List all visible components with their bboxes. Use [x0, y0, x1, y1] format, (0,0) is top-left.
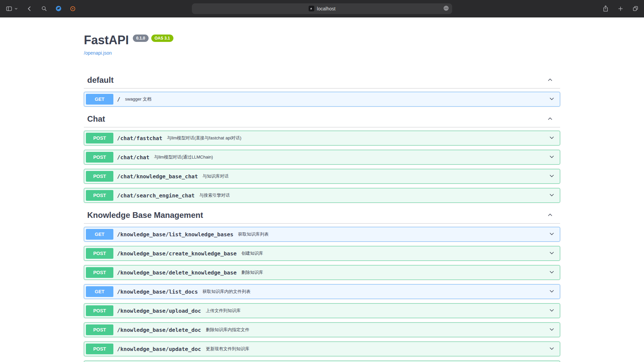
page-menu-button[interactable]: [443, 5, 449, 12]
address-bar[interactable]: localhost: [192, 3, 452, 14]
section-body: POST /chat/fastchat 与llm模型对话(直接与fastchat…: [84, 127, 560, 203]
sidebar-toggle-button[interactable]: [5, 5, 18, 12]
operation-row: POST /knowledge_base/delete_doc 删除知识库内指定…: [84, 322, 560, 337]
operation-description: 上传文件到知识库: [206, 308, 240, 314]
section-collapse-button[interactable]: [547, 115, 553, 123]
search-button[interactable]: [41, 5, 47, 12]
operation-path: /knowledge_base/upload_doc: [117, 308, 201, 314]
section-title: default: [87, 75, 114, 85]
chevron-left-icon: [26, 5, 33, 12]
operation-expand-button[interactable]: [548, 326, 555, 334]
operation-row: GET /knowledge_base/list_docs 获取知识库内的文件列…: [84, 284, 560, 299]
url-text: localhost: [317, 6, 335, 11]
method-badge: GET: [86, 229, 113, 240]
version-badge: 0.1.0: [133, 35, 149, 42]
operation-path: /knowledge_base/list_knowledge_bases: [117, 231, 233, 238]
method-badge: POST: [86, 190, 113, 201]
operation-description: 删除知识库内指定文件: [206, 327, 249, 333]
operation-summary[interactable]: GET /knowledge_base/list_knowledge_bases…: [84, 227, 560, 241]
site-favicon-bolt-icon: [309, 6, 314, 11]
toolbar-left-group: [5, 5, 76, 12]
chevron-down-icon: [548, 173, 555, 180]
operation-expand-button[interactable]: [548, 269, 555, 277]
operation-row: POST /knowledge_base/create_knowledge_ba…: [84, 246, 560, 261]
operation-description: 与知识库对话: [203, 173, 229, 179]
chevron-down-icon: [548, 269, 555, 277]
chevron-down-icon: [14, 7, 18, 11]
section-body: GET /knowledge_base/list_knowledge_bases…: [84, 224, 560, 362]
operation-row: GET / swagger 文档: [84, 92, 560, 107]
search-icon: [41, 5, 47, 12]
operation-path: /knowledge_base/list_docs: [117, 289, 198, 295]
operation-summary[interactable]: POST /knowledge_base/upload_doc 上传文件到知识库: [84, 304, 560, 318]
operation-description: 与llm模型对话(通过LLMChain): [154, 154, 213, 160]
operation-summary[interactable]: POST /chat/knowledge_base_chat 与知识库对话: [84, 169, 560, 183]
toolbar-right-group: [602, 5, 639, 12]
address-bar-content: localhost: [309, 6, 335, 11]
operation-expand-button[interactable]: [548, 288, 555, 296]
operation-path: /knowledge_base/delete_doc: [117, 327, 201, 333]
back-button[interactable]: [26, 5, 33, 12]
bird-extension-icon: [55, 5, 62, 12]
tab-overview-button[interactable]: [632, 5, 639, 12]
operation-description: swagger 文档: [125, 96, 152, 102]
operation-row: POST /chat/search_engine_chat 与搜索引擎对话: [84, 188, 560, 203]
chevron-up-icon: [547, 212, 553, 219]
operation-summary[interactable]: POST /chat/fastchat 与llm模型对话(直接与fastchat…: [84, 131, 560, 145]
title-badges: 0.1.0 OAS 3.1: [133, 35, 173, 42]
method-badge: POST: [86, 267, 113, 278]
api-section: Knowledge Base Management GET /knowledge…: [84, 207, 560, 362]
operation-summary[interactable]: POST /knowledge_base/delete_doc 删除知识库内指定…: [84, 323, 560, 337]
operation-expand-button[interactable]: [548, 96, 555, 103]
chevron-up-icon: [547, 76, 553, 84]
chevron-down-icon: [548, 134, 555, 142]
openapi-spec-link[interactable]: /openapi.json: [84, 50, 112, 56]
operation-summary[interactable]: POST /chat/chat 与llm模型对话(通过LLMChain): [84, 150, 560, 164]
method-badge: POST: [86, 344, 113, 354]
section-header[interactable]: Knowledge Base Management: [84, 207, 560, 224]
operation-summary[interactable]: GET /knowledge_base/list_docs 获取知识库内的文件列…: [84, 285, 560, 299]
record-extension-button[interactable]: [70, 6, 76, 12]
operation-expand-button[interactable]: [548, 231, 555, 238]
operation-description: 获取知识库内的文件列表: [203, 289, 251, 295]
api-section: Chat POST /chat/fastchat 与llm模型对话(直接与fas…: [84, 111, 560, 203]
method-badge: POST: [86, 152, 113, 163]
operation-path: /knowledge_base/update_doc: [117, 346, 201, 352]
operation-expand-button[interactable]: [548, 307, 555, 315]
bird-extension-button[interactable]: [55, 5, 62, 12]
section-title: Knowledge Base Management: [87, 210, 203, 220]
operation-summary[interactable]: POST /knowledge_base/update_doc 更新现有文件到知…: [84, 342, 560, 356]
spec-link-row: /openapi.json: [84, 50, 560, 56]
operation-row: POST /knowledge_base/recreate_vector_sto…: [84, 361, 560, 362]
operation-path: /chat/knowledge_base_chat: [117, 173, 198, 180]
operation-summary[interactable]: POST /knowledge_base/create_knowledge_ba…: [84, 246, 560, 260]
api-title-text: FastAPI: [84, 33, 129, 47]
operation-row: POST /knowledge_base/upload_doc 上传文件到知识库: [84, 303, 560, 318]
operation-description: 更新现有文件到知识库: [206, 346, 249, 352]
chevron-down-icon: [548, 345, 555, 353]
section-header[interactable]: default: [84, 72, 560, 88]
method-badge: POST: [86, 305, 113, 316]
operation-expand-button[interactable]: [548, 154, 555, 161]
operation-expand-button[interactable]: [548, 173, 555, 180]
share-icon: [602, 5, 609, 12]
operation-expand-button[interactable]: [548, 134, 555, 142]
operation-summary[interactable]: POST /chat/search_engine_chat 与搜索引擎对话: [84, 188, 560, 202]
operation-row: POST /chat/knowledge_base_chat 与知识库对话: [84, 169, 560, 184]
operation-summary[interactable]: GET / swagger 文档: [84, 92, 560, 106]
share-button[interactable]: [602, 5, 609, 12]
new-tab-button[interactable]: [618, 6, 624, 12]
method-badge: POST: [86, 248, 113, 259]
section-collapse-button[interactable]: [547, 76, 553, 84]
section-collapse-button[interactable]: [547, 212, 553, 219]
operation-path: /: [117, 96, 120, 103]
operation-summary[interactable]: POST /knowledge_base/delete_knowledge_ba…: [84, 265, 560, 280]
api-section: default GET / swagger 文档: [84, 72, 560, 107]
operation-expand-button[interactable]: [548, 345, 555, 353]
operation-expand-button[interactable]: [548, 192, 555, 199]
chevron-down-icon: [548, 192, 555, 199]
operation-path: /chat/search_engine_chat: [117, 192, 195, 199]
operation-expand-button[interactable]: [548, 250, 555, 257]
section-header[interactable]: Chat: [84, 111, 560, 127]
tab-overview-icon: [632, 5, 639, 12]
